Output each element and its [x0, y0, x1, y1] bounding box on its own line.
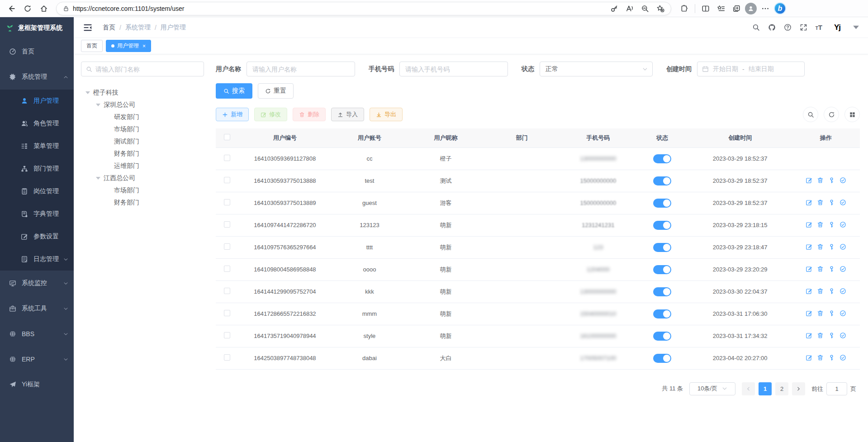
chevron-down-icon[interactable] [852, 24, 860, 31]
tree-node-橙子科技[interactable]: 橙子科技 [81, 86, 204, 99]
browser-profile-avatar[interactable] [745, 3, 757, 14]
delete-action-icon[interactable] [817, 310, 824, 317]
tree-node-市场部门[interactable]: 市场部门 [81, 184, 204, 196]
page-button-2[interactable]: 2 [775, 382, 788, 395]
reset-button[interactable]: 重置 [258, 83, 294, 99]
sidebar-item-首页[interactable]: 首页 [0, 39, 74, 64]
row-checkbox[interactable] [224, 199, 230, 205]
tree-node-财务部门[interactable]: 财务部门 [81, 147, 204, 160]
zoom-out-button[interactable] [639, 3, 651, 14]
sidebar-item-岗位管理[interactable]: 岗位管理 [0, 180, 74, 203]
import-button[interactable]: 导入 [331, 108, 364, 121]
assign-role-icon[interactable] [840, 177, 846, 184]
assign-role-icon[interactable] [840, 288, 846, 295]
search-button[interactable]: 搜索 [216, 83, 252, 99]
tab-首页[interactable]: 首页 [81, 40, 103, 52]
app-logo[interactable]: 意框架管理系统 [0, 17, 74, 39]
delete-action-icon[interactable] [817, 199, 824, 206]
tree-expand-caret[interactable] [96, 177, 100, 180]
sidebar-item-日志管理[interactable]: 日志管理 [0, 248, 74, 271]
browser-back-button[interactable] [5, 2, 18, 15]
breadcrumb-item-系统管理[interactable]: 系统管理 [125, 24, 151, 32]
tree-node-江西总公司[interactable]: 江西总公司 [81, 172, 204, 184]
sidebar-item-Yi框架[interactable]: Yi框架 [0, 372, 74, 397]
tree-node-深圳总公司[interactable]: 深圳总公司 [81, 99, 204, 111]
page-button-1[interactable]: 1 [759, 382, 772, 395]
favorites-button[interactable] [714, 2, 728, 15]
sidebar-item-菜单管理[interactable]: 菜单管理 [0, 135, 74, 157]
department-search-input[interactable] [95, 66, 199, 73]
delete-action-icon[interactable] [817, 266, 824, 272]
assign-role-icon[interactable] [840, 332, 846, 339]
tree-node-测试部门[interactable]: 测试部门 [81, 135, 204, 147]
extensions-button[interactable] [678, 2, 691, 15]
status-toggle[interactable] [653, 265, 671, 274]
assign-role-icon[interactable] [840, 266, 846, 272]
table-refresh-button[interactable] [824, 107, 839, 122]
url-text[interactable]: https://ccnetcore.com:1101/system/user [73, 5, 605, 12]
edit-action-icon[interactable] [806, 199, 812, 206]
sidebar-item-字典管理[interactable]: 字典管理 [0, 203, 74, 225]
status-toggle[interactable] [653, 243, 671, 252]
reset-password-icon[interactable] [828, 221, 835, 228]
delete-button[interactable]: 删除 [293, 108, 326, 121]
next-page-button[interactable] [792, 382, 805, 395]
row-checkbox[interactable] [224, 288, 230, 294]
prev-page-button[interactable] [742, 382, 755, 395]
goto-page-input[interactable] [826, 382, 847, 395]
page-size-select[interactable]: 10条/页 [689, 382, 735, 395]
password-button[interactable] [608, 3, 620, 14]
browser-menu-button[interactable] [759, 2, 772, 15]
status-select[interactable]: 正常 [540, 62, 653, 76]
status-toggle[interactable] [653, 199, 671, 208]
select-all-checkbox[interactable] [224, 134, 230, 140]
sidebar-item-角色管理[interactable]: 角色管理 [0, 112, 74, 135]
tab-用户管理[interactable]: 用户管理× [106, 40, 151, 52]
row-checkbox[interactable] [224, 177, 230, 183]
assign-role-icon[interactable] [840, 199, 846, 206]
table-columns-button[interactable] [844, 107, 860, 122]
row-checkbox[interactable] [224, 310, 230, 316]
row-checkbox[interactable] [224, 243, 230, 250]
tree-node-财务部门[interactable]: 财务部门 [81, 196, 204, 209]
sidebar-item-部门管理[interactable]: 部门管理 [0, 157, 74, 180]
reset-password-icon[interactable] [828, 243, 835, 250]
github-icon[interactable] [768, 24, 776, 31]
row-checkbox[interactable] [224, 155, 230, 161]
delete-action-icon[interactable] [817, 332, 824, 339]
edit-action-icon[interactable] [806, 354, 812, 361]
status-toggle[interactable] [653, 287, 671, 296]
search-icon[interactable] [752, 24, 760, 31]
breadcrumb-item-用户管理[interactable]: 用户管理 [161, 24, 186, 32]
add-button[interactable]: 新增 [216, 108, 249, 121]
collections-button[interactable] [730, 2, 743, 15]
delete-action-icon[interactable] [817, 288, 824, 295]
tree-node-研发部门[interactable]: 研发部门 [81, 111, 204, 123]
tree-node-市场部门[interactable]: 市场部门 [81, 123, 204, 135]
browser-home-button[interactable] [37, 2, 51, 15]
phone-input[interactable] [399, 62, 508, 76]
delete-action-icon[interactable] [817, 243, 824, 250]
reset-password-icon[interactable] [828, 266, 835, 272]
sidebar-item-BBS[interactable]: BBS [0, 321, 74, 347]
tree-expand-caret[interactable] [85, 91, 90, 94]
status-toggle[interactable] [653, 354, 671, 363]
breadcrumb-item-首页[interactable]: 首页 [103, 24, 115, 32]
reset-password-icon[interactable] [828, 177, 835, 184]
reset-password-icon[interactable] [828, 354, 835, 361]
delete-action-icon[interactable] [817, 221, 824, 228]
edit-action-icon[interactable] [806, 177, 812, 184]
table-search-toggle-button[interactable] [803, 107, 818, 122]
browser-refresh-button[interactable] [21, 2, 34, 15]
row-checkbox[interactable] [224, 332, 230, 338]
created-date-range[interactable]: 开始日期 - 结束日期 [697, 62, 805, 76]
sidebar-item-系统工具[interactable]: 系统工具 [0, 296, 74, 321]
address-bar[interactable]: https://ccnetcore.com:1101/system/user [56, 2, 671, 15]
reset-password-icon[interactable] [828, 332, 835, 339]
sidebar-item-系统监控[interactable]: 系统监控 [0, 271, 74, 296]
assign-role-icon[interactable] [840, 243, 846, 250]
bing-chat-button[interactable]: b [774, 2, 786, 14]
sidebar-item-ERP[interactable]: ERP [0, 347, 74, 372]
tree-expand-caret[interactable] [96, 104, 100, 106]
edit-action-icon[interactable] [806, 266, 812, 272]
